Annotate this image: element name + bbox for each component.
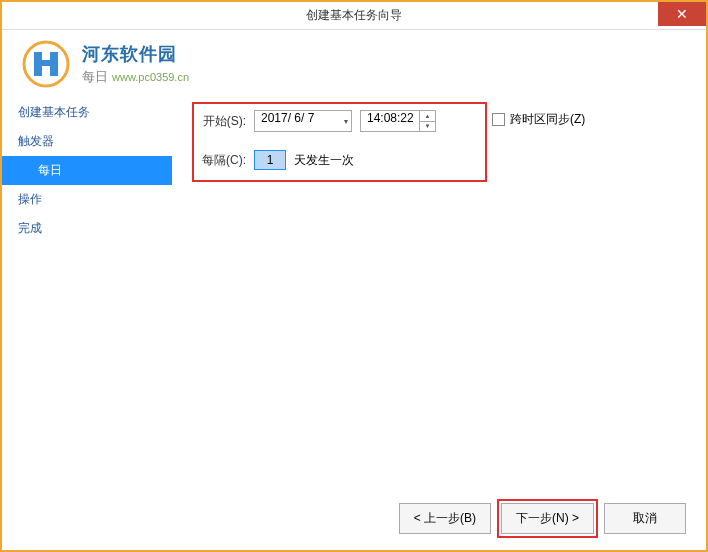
timezone-sync-checkbox[interactable]	[492, 113, 505, 126]
date-picker[interactable]: 2017/ 6/ 7 ▾	[254, 110, 352, 132]
spinner-down-icon[interactable]: ▼	[420, 122, 435, 132]
back-button[interactable]: < 上一步(B)	[399, 503, 491, 534]
date-value: 2017/ 6/ 7	[261, 111, 314, 125]
footer-buttons: < 上一步(B) 下一步(N) > 取消	[399, 503, 686, 534]
header-section: 河东软件园 每日 www.pc0359.cn	[2, 30, 706, 98]
brand-url: www.pc0359.cn	[112, 71, 189, 83]
interval-input[interactable]	[254, 150, 286, 170]
interval-label: 每隔(C):	[196, 152, 246, 169]
time-picker[interactable]: 14:08:22 ▲ ▼	[360, 110, 436, 132]
chevron-down-icon: ▾	[344, 117, 348, 126]
sidebar-item-action[interactable]: 操作	[2, 185, 172, 214]
start-label: 开始(S):	[196, 113, 246, 130]
next-button[interactable]: 下一步(N) >	[501, 503, 594, 534]
timezone-sync-label: 跨时区同步(Z)	[510, 111, 585, 128]
highlight-box: 开始(S): 2017/ 6/ 7 ▾ 14:08:22 ▲ ▼	[192, 102, 487, 182]
sidebar-item-finish[interactable]: 完成	[2, 214, 172, 243]
interval-suffix: 天发生一次	[294, 152, 354, 169]
window-title: 创建基本任务向导	[306, 7, 402, 24]
sidebar-item-daily[interactable]: 每日	[2, 156, 172, 185]
main-panel: 开始(S): 2017/ 6/ 7 ▾ 14:08:22 ▲ ▼	[172, 98, 706, 498]
titlebar: 创建基本任务向导 ✕	[2, 2, 706, 30]
brand-name: 河东软件园	[82, 42, 177, 66]
spinner-up-icon[interactable]: ▲	[420, 111, 435, 122]
sidebar-item-trigger[interactable]: 触发器	[2, 127, 172, 156]
close-icon: ✕	[676, 6, 688, 22]
time-value: 14:08:22	[367, 111, 414, 125]
page-subtitle: 每日	[82, 68, 108, 86]
app-logo	[22, 40, 70, 88]
sidebar: 创建基本任务 触发器 每日 操作 完成	[2, 98, 172, 498]
cancel-button[interactable]: 取消	[604, 503, 686, 534]
sidebar-item-create[interactable]: 创建基本任务	[2, 98, 172, 127]
close-button[interactable]: ✕	[658, 2, 706, 26]
